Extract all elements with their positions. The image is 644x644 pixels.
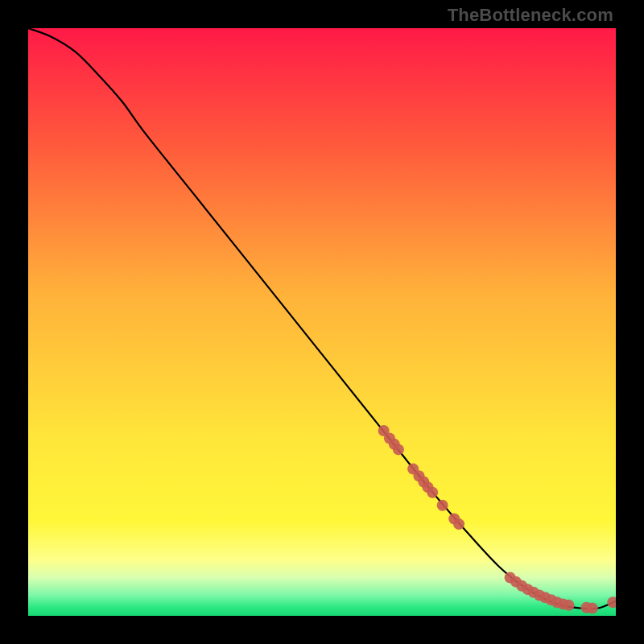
highlight-point <box>587 603 598 614</box>
chart-background <box>28 28 616 616</box>
watermark-text: TheBottleneck.com <box>448 5 613 26</box>
highlight-point <box>437 500 448 511</box>
highlight-point <box>427 487 438 498</box>
highlight-point <box>453 518 464 530</box>
chart-plot <box>28 28 616 616</box>
highlight-point <box>564 600 575 611</box>
highlight-point <box>393 444 404 455</box>
chart-frame <box>28 28 616 616</box>
